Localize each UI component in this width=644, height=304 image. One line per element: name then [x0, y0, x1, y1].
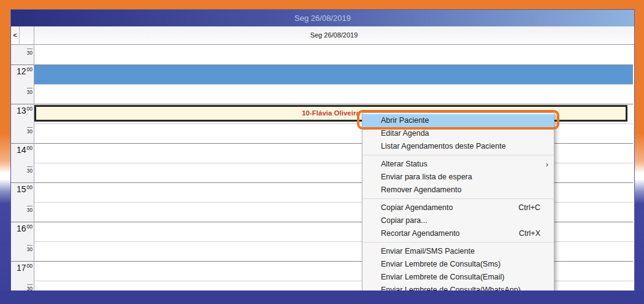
half-hour-label: 30	[11, 164, 33, 175]
menu-item-label: Editar Agenda	[381, 127, 429, 140]
half-hour-label: 30	[11, 203, 33, 214]
selected-time-slot[interactable]	[34, 65, 633, 84]
bottom-frame-bar	[0, 290, 644, 304]
menu-item-listar-agendamentos-deste-paciente[interactable]: Listar Agendamentos deste Paciente	[362, 140, 554, 153]
time-slot[interactable]	[34, 45, 633, 64]
hour-gridline-gutter	[11, 64, 34, 65]
menu-separator	[363, 198, 553, 199]
menu-item-enviar-email-sms-paciente[interactable]: Enviar Email/SMS Paciente	[362, 245, 554, 258]
menu-item-copiar-agendamento[interactable]: Copiar AgendamentoCtrl+C	[362, 201, 554, 214]
hour-gridline-gutter	[11, 261, 34, 262]
context-menu: Abrir PacienteEditar AgendaListar Agenda…	[362, 112, 554, 292]
hour-label: 1700	[11, 262, 33, 273]
menu-item-shortcut: Ctrl+X	[519, 227, 548, 240]
day-column-label: Seg 26/08/2019	[34, 26, 634, 44]
hour-gridline	[34, 64, 633, 65]
menu-item-copiar-para[interactable]: Copiar para...	[362, 214, 554, 227]
menu-item-label: Recortar Agendamento	[381, 227, 460, 240]
hour-label: 1200	[11, 66, 33, 77]
hour-gridline-gutter	[11, 222, 34, 222]
menu-item-label: Enviar Lembrete de Consulta(Sms)	[381, 258, 500, 271]
hour-label: 1400	[11, 144, 33, 155]
menu-item-abrir-paciente[interactable]: Abrir Paciente	[362, 114, 554, 127]
menu-item-label: Enviar para lista de espera	[381, 171, 472, 184]
day-title-bar: Seg 26/08/2019	[11, 10, 634, 26]
menu-item-label: Enviar Lembrete de Consulta(Email)	[381, 271, 504, 284]
menu-item-label: Copiar para...	[381, 214, 427, 227]
hour-label: 1600	[11, 223, 33, 234]
day-column-header: < Seg 26/08/2019	[11, 26, 634, 45]
menu-item-label: Enviar Email/SMS Paciente	[381, 245, 475, 258]
agenda-window: Seg 26/08/2019 < Seg 26/08/2019 30120030…	[10, 9, 635, 292]
menu-item-remover-agendamento[interactable]: Remover Agendamento	[362, 184, 554, 197]
submenu-arrow-icon: ›	[546, 158, 548, 171]
menu-separator	[363, 155, 553, 155]
menu-item-editar-agenda[interactable]: Editar Agenda	[362, 127, 554, 140]
half-hour-label: 30	[11, 125, 33, 136]
hour-label: 1500	[11, 184, 33, 195]
menu-separator	[363, 242, 553, 243]
prev-day-button[interactable]: <	[11, 26, 20, 44]
menu-item-label: Abrir Paciente	[381, 114, 429, 127]
half-hour-label: 30	[11, 85, 33, 96]
menu-item-enviar-lembrete-de-consulta-sms[interactable]: Enviar Lembrete de Consulta(Sms)	[362, 258, 554, 271]
menu-item-alterar-status[interactable]: Alterar Status›	[362, 158, 554, 171]
menu-item-shortcut: Ctrl+C	[518, 201, 548, 214]
hour-gridline-gutter	[11, 143, 34, 144]
menu-item-label: Listar Agendamentos deste Paciente	[381, 140, 506, 153]
menu-item-enviar-para-lista-de-espera[interactable]: Enviar para lista de espera	[362, 171, 554, 184]
gutter-divider	[34, 26, 34, 292]
menu-item-label: Remover Agendamento	[381, 184, 461, 197]
half-hour-label: 30	[11, 243, 33, 254]
hour-gridline-gutter	[11, 104, 34, 104]
half-hour-label: 30	[11, 46, 33, 57]
menu-item-label: Alterar Status	[381, 158, 427, 171]
hour-label: 1300	[11, 105, 33, 116]
menu-item-recortar-agendamento[interactable]: Recortar AgendamentoCtrl+X	[362, 227, 554, 240]
menu-item-enviar-lembrete-de-consulta-email[interactable]: Enviar Lembrete de Consulta(Email)	[362, 271, 554, 284]
menu-item-label: Copiar Agendamento	[381, 201, 453, 214]
time-slot[interactable]	[34, 85, 633, 104]
hour-gridline	[34, 104, 633, 104]
half-hour-gridline	[34, 84, 633, 85]
hour-gridline-gutter	[11, 182, 34, 183]
screenshot-frame: Seg 26/08/2019 < Seg 26/08/2019 30120030…	[0, 0, 644, 304]
